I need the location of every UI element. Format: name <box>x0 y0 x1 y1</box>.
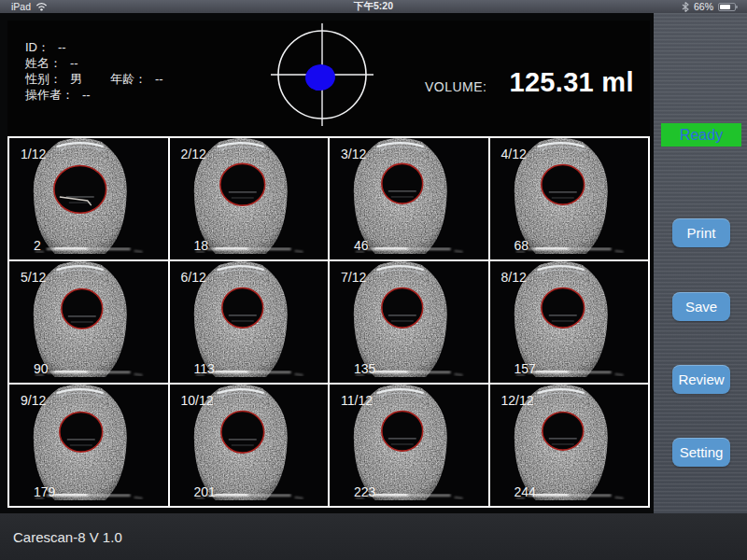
thumbnail-cell[interactable]: 5/1290 <box>9 261 168 383</box>
save-button[interactable]: Save <box>672 292 730 321</box>
frame-depth-label: 46 <box>354 238 369 253</box>
thumbnail-cell[interactable]: 7/12135 <box>330 261 488 383</box>
bladder-position-marker <box>303 63 337 92</box>
frame-index-label: 9/12 <box>21 393 46 408</box>
patient-id-value: -- <box>58 40 66 54</box>
frame-index-label: 7/12 <box>341 270 366 285</box>
patient-gender-age-row: 性别：男年龄：-- <box>25 71 163 87</box>
exam-info-panel: ID：-- 姓名：-- 性别：男年龄：-- 操作者：-- VOLUME: 125… <box>7 21 650 136</box>
battery-percent-label: 66% <box>694 1 713 12</box>
bladder-contour <box>541 287 584 328</box>
frame-depth-label: 113 <box>194 361 215 376</box>
thumbnail-grid: 1/1222/12183/12464/12685/12906/121137/12… <box>7 136 650 508</box>
patient-name-row: 姓名：-- <box>25 55 163 71</box>
bladder-contour <box>60 412 103 452</box>
thumbnail-cell[interactable]: 2/1218 <box>170 138 329 259</box>
frame-index-label: 6/12 <box>181 270 206 285</box>
patient-name-label: 姓名： <box>25 56 62 70</box>
patient-gender-value: 男 <box>70 72 82 86</box>
frame-index-label: 5/12 <box>21 270 46 285</box>
frame-depth-label: 201 <box>194 484 216 499</box>
patient-age-label: 年龄： <box>110 72 147 86</box>
frame-depth-label: 179 <box>34 484 55 499</box>
frame-depth-label: 157 <box>514 361 536 376</box>
battery-icon <box>718 3 736 11</box>
bladder-contour <box>219 163 264 205</box>
bladder-contour <box>541 164 584 204</box>
bladder-contour <box>382 287 423 328</box>
frame-depth-label: 244 <box>514 484 536 499</box>
frame-index-label: 1/12 <box>21 147 46 161</box>
bladder-contour <box>220 411 263 453</box>
thumbnail-cell[interactable]: 8/12157 <box>490 261 649 383</box>
frame-index-label: 3/12 <box>341 147 366 161</box>
volume-value: 125.31 ml <box>510 67 634 98</box>
thumbnail-cell[interactable]: 12/12244 <box>490 385 649 506</box>
frame-depth-label: 18 <box>194 238 209 253</box>
frame-index-label: 10/12 <box>181 393 214 408</box>
thumbnail-cell[interactable]: 3/1246 <box>330 138 488 259</box>
frame-depth-label: 68 <box>514 238 529 253</box>
patient-age-value: -- <box>155 72 163 86</box>
frame-index-label: 12/12 <box>501 393 534 408</box>
thumbnail-cell[interactable]: 9/12179 <box>9 385 168 506</box>
patient-id-row: ID：-- <box>25 39 163 55</box>
bladder-contour <box>54 165 106 213</box>
frame-index-label: 4/12 <box>501 147 527 161</box>
frame-depth-label: 2 <box>34 238 41 253</box>
status-bar: 下午5:20 iPad 66% <box>0 0 747 13</box>
thumbnail-cell[interactable]: 11/12223 <box>330 385 488 506</box>
print-button[interactable]: Print <box>672 218 730 247</box>
patient-id-label: ID： <box>25 40 49 54</box>
app-version-label: Carescan-8 V 1.0 <box>13 529 122 545</box>
main-content: ID：-- 姓名：-- 性别：男年龄：-- 操作者：-- VOLUME: 125… <box>0 13 654 513</box>
frame-depth-label: 223 <box>354 484 375 499</box>
bladder-contour <box>62 288 103 329</box>
wifi-icon <box>35 2 48 11</box>
footer-bar: Carescan-8 V 1.0 <box>0 513 747 560</box>
sidebar: Ready PrintSaveReviewSetting <box>654 13 747 513</box>
operator-row: 操作者：-- <box>25 87 163 103</box>
bladder-contour <box>221 287 262 328</box>
clock-label: 下午5:20 <box>0 0 747 13</box>
patient-name-value: -- <box>70 56 78 70</box>
patient-gender-label: 性别： <box>25 72 62 86</box>
patient-info: ID：-- 姓名：-- 性别：男年龄：-- 操作者：-- <box>25 39 163 103</box>
frame-index-label: 8/12 <box>501 270 527 285</box>
crosshair-target <box>271 23 374 126</box>
ready-status-badge: Ready <box>661 123 741 147</box>
bladder-contour <box>382 163 423 203</box>
thumbnail-cell[interactable]: 10/12201 <box>170 385 329 506</box>
review-button[interactable]: Review <box>672 365 730 394</box>
operator-label: 操作者： <box>25 88 74 102</box>
frame-index-label: 11/12 <box>341 393 373 408</box>
volume-readout: VOLUME: 125.31 ml <box>425 67 634 98</box>
frame-depth-label: 90 <box>34 361 49 376</box>
frame-depth-label: 135 <box>354 361 375 376</box>
thumbnail-cell[interactable]: 4/1268 <box>490 138 649 259</box>
thumbnail-cell[interactable]: 1/122 <box>9 138 168 259</box>
bladder-contour <box>382 411 423 451</box>
bluetooth-icon <box>682 2 689 12</box>
frame-index-label: 2/12 <box>181 147 206 161</box>
carrier-label: iPad <box>11 1 31 12</box>
volume-label: VOLUME: <box>425 79 487 94</box>
operator-value: -- <box>82 88 91 102</box>
setting-button[interactable]: Setting <box>672 438 730 467</box>
thumbnail-cell[interactable]: 6/12113 <box>170 261 329 383</box>
